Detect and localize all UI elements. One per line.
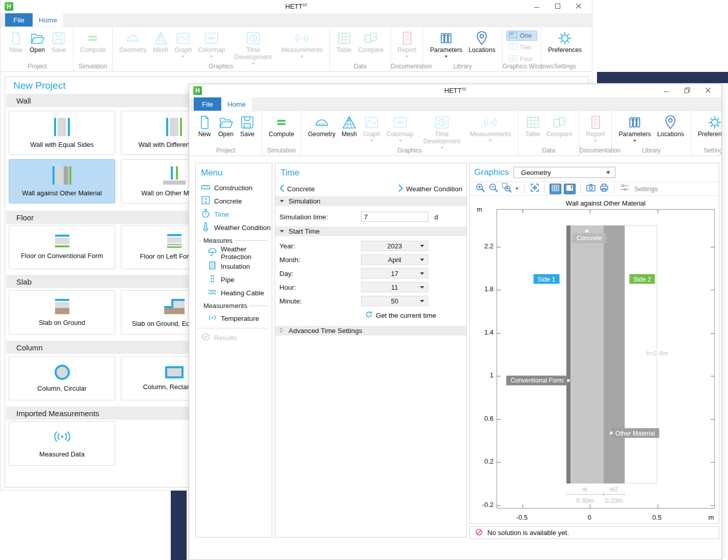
tab-file[interactable]: File	[194, 97, 221, 111]
open-button[interactable]: Open	[215, 114, 237, 138]
ribbon-group-label: Project	[190, 147, 262, 154]
label-marker	[610, 432, 612, 435]
one-button[interactable]: One	[506, 31, 537, 41]
day-select[interactable]: 17	[361, 268, 428, 278]
compute-button[interactable]: Compute	[266, 114, 297, 138]
month-select[interactable]: April	[361, 254, 428, 265]
hour-select[interactable]: 11	[361, 282, 428, 292]
locations-button[interactable]: Locations	[654, 114, 687, 138]
open-icon	[218, 114, 233, 131]
geometry-button[interactable]: Geometry	[116, 30, 150, 54]
window-four-icon	[509, 55, 517, 63]
y-tick	[497, 462, 501, 463]
menu-item-results[interactable]: Results	[201, 331, 272, 344]
new-button[interactable]: New	[194, 114, 215, 138]
report-button[interactable]: Report	[583, 114, 608, 142]
new-button[interactable]: New	[5, 30, 27, 54]
menu-item-construction[interactable]: Construction	[201, 181, 272, 194]
report-button[interactable]: Report	[395, 30, 420, 58]
chevron-down-icon	[606, 171, 610, 174]
menu-item-time[interactable]: Time	[201, 208, 272, 221]
mesh-button[interactable]: Mesh	[339, 114, 360, 138]
maximize-button[interactable]	[547, 0, 568, 13]
simulation-section-header[interactable]: Simulation	[275, 196, 466, 206]
slab-on-ground-card[interactable]: Slab on Ground	[9, 290, 115, 335]
label-side-1: Side 1	[533, 274, 559, 284]
save-button[interactable]: Save	[48, 30, 69, 54]
back-titlebar[interactable]: H HETT22	[1, 0, 592, 13]
close-button[interactable]	[697, 84, 718, 97]
wall-against-other-material-card[interactable]: Wall against Other Material	[9, 159, 115, 203]
minimize-button[interactable]	[526, 0, 547, 13]
geometry-button[interactable]: Geometry	[305, 114, 339, 138]
graph-button[interactable]: Graph	[171, 30, 195, 58]
dropdown-caret-icon[interactable]	[515, 188, 518, 190]
zoom-out-button[interactable]	[488, 184, 499, 194]
simulation-time-input[interactable]: 7	[361, 212, 428, 222]
window-one-icon	[509, 32, 517, 40]
snapshot-button[interactable]	[585, 184, 596, 194]
menu-item-concrete[interactable]: Concrete	[201, 194, 272, 208]
colorbar-toggle-button[interactable]	[564, 184, 576, 194]
table-button[interactable]: Table	[333, 30, 355, 54]
save-button[interactable]: Save	[237, 114, 258, 138]
zoom-selection-button[interactable]	[501, 184, 512, 194]
time-development-button[interactable]: Time Development	[228, 30, 278, 65]
tab-home[interactable]: Home	[221, 97, 252, 111]
get-current-time-button[interactable]: Get the current time	[365, 311, 466, 320]
zoom-in-button[interactable]	[475, 184, 485, 194]
floor-on-conventional-form-card[interactable]: Floor on Conventional Form	[9, 225, 115, 269]
measurements-button[interactable]: Measurements	[467, 114, 514, 142]
colormap-icon	[393, 114, 408, 131]
front-titlebar[interactable]: H HETT22	[189, 84, 721, 97]
open-button[interactable]: Open	[27, 30, 48, 54]
measured-data-card[interactable]: Measured Data	[9, 421, 115, 466]
ribbon-group-label: Data	[330, 63, 391, 70]
ribbon-group-label: Library	[612, 147, 690, 154]
minimize-button[interactable]	[656, 84, 677, 97]
geometry-plot[interactable]: ConcreteSide 1Side 2Conventional FormOth…	[497, 209, 715, 508]
mesh-button[interactable]: Mesh	[150, 30, 171, 54]
menu-item-weather-protection[interactable]: Weather Protection	[201, 246, 272, 260]
parameters-button[interactable]: Parameters	[427, 30, 465, 58]
plot-settings-button[interactable]	[619, 184, 630, 194]
colormap-button[interactable]: Colormap	[195, 30, 228, 58]
colormap-button[interactable]: Colormap	[383, 114, 417, 142]
locations-button[interactable]: Locations	[465, 30, 499, 54]
menu-item-insulation[interactable]: Insulation	[201, 260, 272, 273]
compare-button[interactable]: Compare	[543, 114, 576, 138]
menu-item-pipe[interactable]: Pipe	[201, 273, 272, 286]
zoom-extents-button[interactable]	[529, 184, 540, 194]
start-time-section-header[interactable]: Start Time	[275, 226, 466, 236]
graphics-view-select[interactable]: Geometry	[513, 167, 615, 178]
column-circular-card[interactable]: Column, Circular	[9, 356, 115, 400]
preferences-button[interactable]: Preferences	[695, 114, 722, 138]
next-step-link[interactable]: Weather Condition	[398, 185, 462, 193]
measurements-button[interactable]: Measurements	[278, 30, 326, 58]
minute-select[interactable]: 50	[361, 296, 428, 306]
tab-file[interactable]: File	[5, 13, 33, 27]
ribbon-group-label: Documentation	[391, 63, 423, 70]
print-button[interactable]	[599, 184, 609, 194]
menu-item-heating-cable[interactable]: Heating Cable	[201, 286, 272, 299]
two-button[interactable]: Two	[506, 42, 537, 53]
restore-button[interactable]	[677, 84, 697, 97]
time-development-button[interactable]: Time Development	[417, 114, 467, 149]
previous-step-link[interactable]: Concrete	[279, 185, 315, 193]
menu-item-weather-condition[interactable]: Weather Condition	[201, 221, 272, 234]
preferences-button[interactable]: Preferences	[545, 30, 585, 54]
close-button[interactable]	[568, 0, 589, 13]
parameters-button[interactable]: Parameters	[615, 114, 654, 142]
year-select[interactable]: 2023	[361, 241, 428, 251]
menu-item-temperature[interactable]: Temperature	[201, 312, 272, 325]
advanced-time-settings-header[interactable]: Advanced Time Settings	[275, 326, 466, 336]
grid-toggle-button[interactable]	[550, 184, 561, 194]
compute-button[interactable]: Compute	[77, 30, 109, 54]
graph-button[interactable]: Graph	[360, 114, 383, 142]
tab-home[interactable]: Home	[33, 13, 63, 27]
table-button[interactable]: Table	[522, 114, 543, 138]
wall-with-equal-sides-card[interactable]: Wall with Equal Sides	[9, 111, 115, 155]
y-tick	[711, 462, 714, 463]
compare-button[interactable]: Compare	[355, 30, 387, 54]
ribbon-group-settings: PreferencesSettings	[541, 27, 588, 71]
